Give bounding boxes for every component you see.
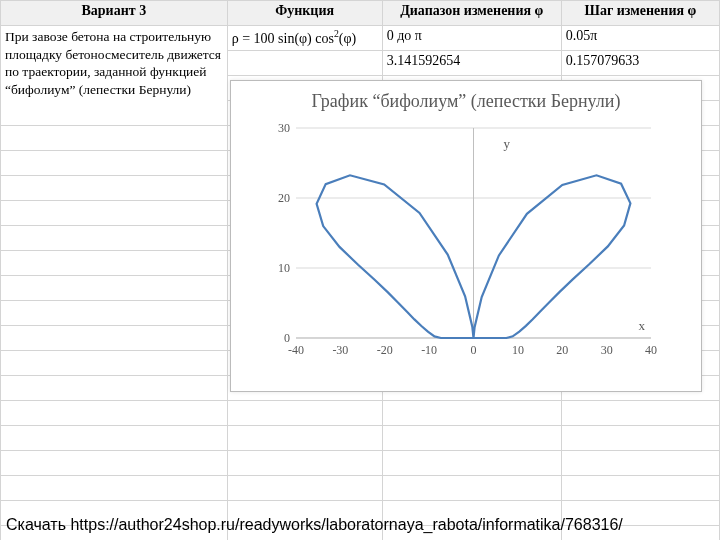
svg-text:40: 40 (645, 343, 657, 357)
svg-text:0: 0 (471, 343, 477, 357)
problem-description: При завозе бетона на строительную площад… (1, 26, 228, 126)
svg-text:-10: -10 (421, 343, 437, 357)
header-variant: Вариант 3 (1, 1, 228, 26)
svg-text:y: y (504, 136, 511, 151)
svg-text:x: x (639, 318, 646, 333)
svg-text:30: 30 (278, 121, 290, 135)
svg-text:20: 20 (278, 191, 290, 205)
svg-text:-20: -20 (377, 343, 393, 357)
range-value-cell: 3.141592654 (382, 51, 561, 76)
function-cell: ρ = 100 sin(φ) cos2(φ) (227, 26, 382, 51)
step-value-cell: 0.157079633 (561, 51, 719, 76)
chart-title: График “бифолиум” (лепестки Бернули) (231, 81, 701, 118)
svg-text:-30: -30 (332, 343, 348, 357)
range-text-cell: 0 до π (382, 26, 561, 51)
download-link-text: Скачать https://author24shop.ru/readywor… (6, 516, 623, 534)
chart-container: График “бифолиум” (лепестки Бернули) 010… (230, 80, 702, 392)
chart-plot: 0102030-40-30-20-10010203040xy (251, 118, 681, 368)
svg-text:10: 10 (278, 261, 290, 275)
header-func: Функция (227, 1, 382, 26)
svg-text:30: 30 (601, 343, 613, 357)
svg-text:20: 20 (556, 343, 568, 357)
svg-text:10: 10 (512, 343, 524, 357)
header-range: Диапазон изменения φ (382, 1, 561, 26)
svg-text:-40: -40 (288, 343, 304, 357)
step-text-cell: 0.05π (561, 26, 719, 51)
header-step: Шаг изменения φ (561, 1, 719, 26)
